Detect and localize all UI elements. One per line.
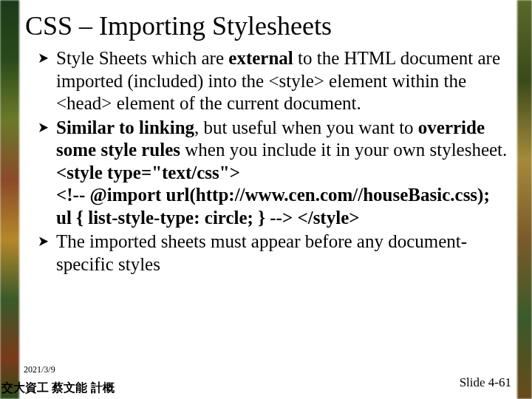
bullet-item: The imported sheets must appear before a… — [37, 231, 513, 276]
bullet-item: Similar to linking, but useful when you … — [37, 117, 513, 230]
slide-content: CSS – Importing Stylesheets Style Sheets… — [25, 0, 513, 399]
footer-author: 交大資工 蔡文能 計概 — [1, 381, 115, 396]
footer-date: 2021/3/9 — [24, 364, 55, 375]
slide-title: CSS – Importing Stylesheets — [25, 10, 513, 41]
decorative-right-border — [517, 0, 532, 399]
bullet-list: Style Sheets which are external to the H… — [37, 47, 513, 276]
decorative-left-border — [0, 0, 19, 399]
footer-slide-number: Slide 4-61 — [460, 375, 511, 390]
bullet-item: Style Sheets which are external to the H… — [37, 47, 513, 115]
